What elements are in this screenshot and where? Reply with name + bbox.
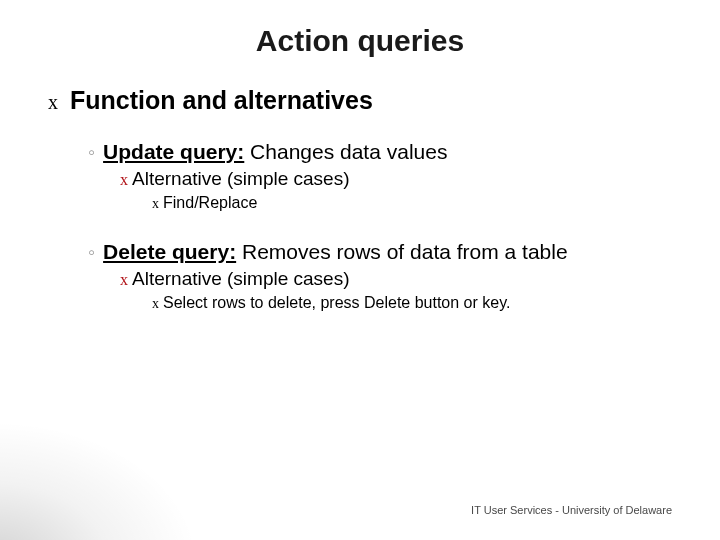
delete-query-desc: Removes rows of data from a table: [236, 240, 567, 263]
update-query-term: Update query:: [103, 140, 244, 163]
circle-bullet-icon: ◦: [88, 141, 95, 164]
list-item: ◦ Update query: Changes data values: [88, 140, 672, 164]
delete-query-label: Delete query: Removes rows of data from …: [103, 240, 568, 264]
update-query-desc: Changes data values: [244, 140, 447, 163]
swirl-bullet-icon: x: [120, 171, 128, 189]
delete-detail-text: Select rows to delete, press Delete butt…: [163, 294, 510, 312]
slide-title: Action queries: [48, 24, 672, 58]
list-item: x Select rows to delete, press Delete bu…: [152, 294, 672, 312]
heading-bullet-icon: x: [48, 88, 58, 116]
list-item: x Alternative (simple cases): [120, 268, 672, 290]
list-item: ◦ Delete query: Removes rows of data fro…: [88, 240, 672, 264]
heading-row: x Function and alternatives: [48, 86, 672, 116]
update-alt-text: Alternative (simple cases): [132, 168, 350, 190]
slide: Action queries x Function and alternativ…: [0, 0, 720, 540]
section-update: ◦ Update query: Changes data values x Al…: [48, 140, 672, 212]
delete-query-term: Delete query:: [103, 240, 236, 263]
circle-bullet-icon: ◦: [88, 241, 95, 264]
swirl-bullet-icon: x: [152, 296, 159, 312]
update-detail-text: Find/Replace: [163, 194, 257, 212]
swirl-bullet-icon: x: [120, 271, 128, 289]
swirl-bullet-icon: x: [152, 196, 159, 212]
decorative-corner-glow: [0, 420, 200, 540]
list-item: x Alternative (simple cases): [120, 168, 672, 190]
delete-alt-text: Alternative (simple cases): [132, 268, 350, 290]
section-delete: ◦ Delete query: Removes rows of data fro…: [48, 240, 672, 312]
list-item: x Find/Replace: [152, 194, 672, 212]
update-query-label: Update query: Changes data values: [103, 140, 447, 164]
footer-text: IT User Services - University of Delawar…: [471, 504, 672, 516]
heading-text: Function and alternatives: [70, 86, 373, 115]
